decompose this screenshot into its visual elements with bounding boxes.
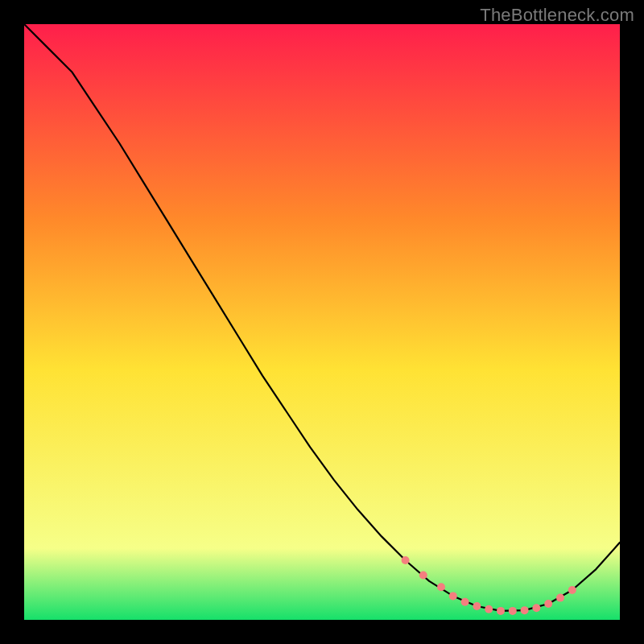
- highlight-dot: [437, 583, 445, 591]
- highlight-dot: [532, 604, 540, 612]
- plot-background: [24, 24, 620, 620]
- highlight-dot: [509, 607, 517, 615]
- highlight-dot: [461, 598, 469, 606]
- highlight-dot: [473, 602, 481, 610]
- highlight-dot: [402, 556, 410, 564]
- chart-frame: TheBottleneck.com: [0, 0, 644, 644]
- highlight-dot: [449, 592, 457, 600]
- highlight-dot: [419, 572, 427, 580]
- highlight-dot: [497, 607, 505, 615]
- highlight-dot: [485, 605, 493, 613]
- highlight-dot: [521, 606, 529, 614]
- watermark-text: TheBottleneck.com: [480, 5, 634, 26]
- chart-plot: [24, 24, 620, 620]
- highlight-dot: [556, 594, 564, 602]
- highlight-dot: [544, 600, 552, 608]
- highlight-dot: [568, 586, 576, 594]
